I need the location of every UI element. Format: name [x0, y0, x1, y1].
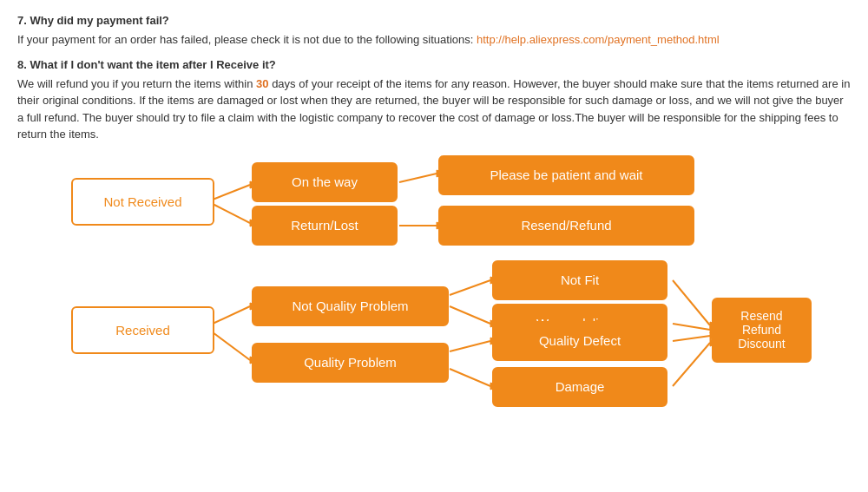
not-quality-problem-box: Not Quality Problem — [252, 286, 449, 326]
resend-refund-discount-box: Resend Refund Discount — [712, 298, 812, 363]
not-fit-box: Not Fit — [492, 260, 667, 300]
svg-line-12 — [450, 280, 490, 295]
please-wait-box: Please be patient and wait — [438, 155, 694, 195]
q8-body: We will refund you if you return the ite… — [17, 75, 851, 143]
svg-line-4 — [399, 174, 437, 182]
svg-line-20 — [673, 280, 710, 325]
quality-problem-box: Quality Problem — [252, 343, 449, 383]
not-received-box: Not Received — [71, 178, 214, 226]
svg-line-10 — [213, 332, 250, 360]
q7-body: If your payment for an order has failed,… — [17, 31, 851, 49]
svg-line-0 — [213, 185, 250, 200]
svg-line-26 — [673, 343, 710, 386]
svg-line-8 — [213, 306, 250, 324]
q7-link[interactable]: http://help.aliexpress.com/payment_metho… — [477, 33, 720, 46]
damage-box: Damage — [492, 367, 667, 407]
resend-refund-top-box: Resend/Refund — [438, 206, 694, 246]
svg-line-22 — [673, 324, 710, 330]
svg-line-18 — [450, 369, 490, 386]
svg-line-16 — [450, 341, 490, 351]
q8-title: 8. What if I don't want the item after I… — [17, 56, 851, 74]
received-box: Received — [71, 306, 214, 354]
svg-line-2 — [213, 204, 250, 223]
diagram: Not Received On the way Return/Lost Plea… — [17, 152, 851, 490]
svg-line-24 — [673, 336, 710, 341]
q7-title: 7. Why did my payment fail? — [17, 12, 851, 30]
svg-line-14 — [450, 306, 490, 324]
return-lost-box: Return/Lost — [252, 206, 398, 246]
on-the-way-box: On the way — [252, 162, 398, 202]
quality-defect-box: Quality Defect — [492, 321, 667, 361]
